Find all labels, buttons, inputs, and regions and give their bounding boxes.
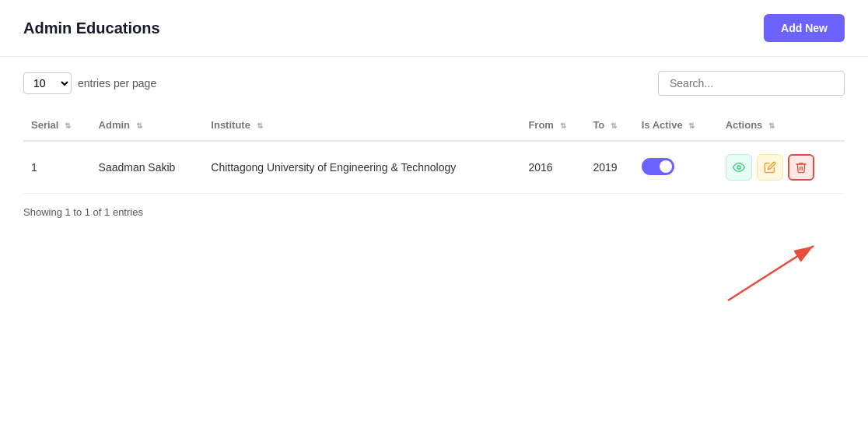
cell-is-active[interactable] (634, 141, 718, 194)
cell-actions (718, 141, 845, 194)
col-serial[interactable]: Serial ⇅ (23, 110, 91, 141)
annotation-arrow (627, 230, 829, 308)
sort-icon-serial: ⇅ (65, 121, 71, 130)
col-institute[interactable]: Institute ⇅ (203, 110, 520, 141)
svg-line-2 (728, 246, 814, 300)
sort-icon-actions: ⇅ (768, 121, 775, 130)
add-new-button[interactable]: Add New (764, 14, 845, 42)
col-admin[interactable]: Admin ⇅ (91, 110, 204, 141)
showing-entries-text: Showing 1 to 1 of 1 entries (0, 194, 868, 230)
table-container: Serial ⇅ Admin ⇅ Institute ⇅ From ⇅ To (0, 110, 868, 194)
edit-button[interactable] (757, 154, 783, 181)
sort-icon-admin: ⇅ (136, 121, 142, 130)
col-is-active[interactable]: Is Active ⇅ (634, 110, 718, 141)
search-input[interactable] (658, 71, 845, 96)
svg-point-0 (737, 166, 740, 169)
sort-icon-to: ⇅ (611, 121, 617, 130)
col-to[interactable]: To ⇅ (585, 110, 633, 141)
sort-icon-from: ⇅ (560, 121, 566, 130)
cell-from: 2016 (520, 141, 585, 194)
delete-button[interactable] (788, 154, 814, 181)
cell-admin: Saadman Sakib (91, 141, 204, 194)
sort-icon-institute: ⇅ (257, 121, 263, 130)
active-toggle[interactable] (642, 158, 674, 175)
col-from[interactable]: From ⇅ (520, 110, 585, 141)
col-actions: Actions ⇅ (718, 110, 845, 141)
table-header-row: Serial ⇅ Admin ⇅ Institute ⇅ From ⇅ To (23, 110, 845, 141)
entries-label: entries per page (78, 77, 156, 90)
sort-icon-is-active: ⇅ (688, 121, 695, 130)
entries-selector: 102550100 entries per page (23, 72, 156, 94)
education-table: Serial ⇅ Admin ⇅ Institute ⇅ From ⇅ To (23, 110, 845, 194)
cell-to: 2019 (585, 141, 633, 194)
cell-serial: 1 (23, 141, 91, 194)
entries-per-page-select[interactable]: 102550100 (23, 72, 72, 94)
table-row: 1 Saadman Sakib Chittagong University of… (23, 141, 845, 194)
cell-institute: Chittagong University of Engineering & T… (203, 141, 520, 194)
page-title: Admin Educations (23, 19, 160, 37)
view-button[interactable] (726, 154, 752, 181)
